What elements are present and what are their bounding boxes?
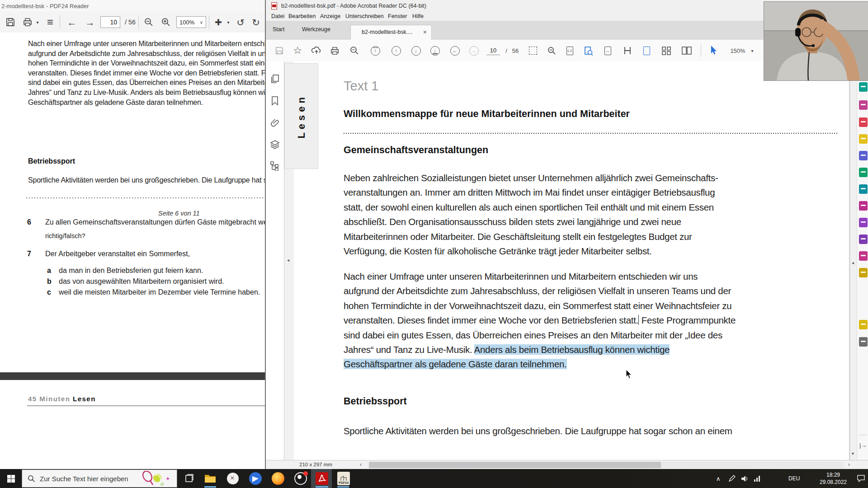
next-page-button[interactable]: ↓ [410, 40, 422, 61]
pdf24-button[interactable]: PDF24 [333, 469, 354, 488]
save-button[interactable] [4, 12, 17, 33]
comment-icon[interactable] [859, 134, 868, 144]
zoom-to-page-level-icon[interactable] [582, 40, 595, 61]
menu-anzeige[interactable]: Anzeige [320, 13, 340, 19]
pan-tool-button[interactable]: ✚ [212, 12, 225, 33]
next-view-button[interactable]: → [467, 40, 480, 61]
firefox-button[interactable] [267, 469, 289, 488]
tray-speaker-icon[interactable] [739, 469, 750, 488]
scrolling-mode-icon[interactable] [621, 40, 634, 61]
edit-pdf-icon[interactable] [859, 168, 868, 177]
vertical-scrollbar[interactable]: ◂ ▾ [850, 61, 857, 460]
text-line: sind dabei ein gutes Essen, das Überreic… [344, 330, 736, 344]
tab-start[interactable]: Start [273, 26, 284, 33]
tray-pen-icon[interactable] [726, 469, 738, 488]
page-number-input[interactable]: 10 [100, 12, 120, 33]
organize-pages-icon[interactable] [859, 100, 868, 110]
snipping-tool-button[interactable] [222, 469, 244, 488]
horizontal-scrollbar[interactable] [369, 462, 844, 468]
scroll-down-icon[interactable]: ▾ [852, 451, 854, 456]
expand-tools-pane-icon[interactable]: |→ [859, 442, 867, 449]
menu-unterschreiben[interactable]: Unterschreiben [345, 13, 384, 19]
previous-page-button[interactable]: ↑ [390, 40, 402, 61]
undo-button[interactable]: ↺ [233, 12, 248, 33]
export-pdf-icon[interactable] [859, 82, 868, 92]
clock[interactable]: 18:29 29.08.2022 [814, 471, 853, 486]
fill-and-sign-icon[interactable] [859, 201, 868, 211]
zoom-in-button[interactable] [158, 12, 174, 33]
scroll-right-icon[interactable]: › [848, 461, 850, 468]
combine-files-icon[interactable] [859, 151, 868, 160]
zoom-out-button[interactable] [141, 12, 156, 33]
taskbar-search-input[interactable]: Zur Suche Text hier eingeben ✦ [22, 469, 177, 488]
obs-studio-button[interactable] [289, 469, 312, 488]
send-for-comments-icon[interactable] [859, 320, 868, 329]
zoom-value-label[interactable]: 150% [728, 40, 748, 61]
actual-size-icon[interactable]: 1:1 [563, 40, 576, 61]
layers-icon[interactable] [270, 139, 280, 151]
more-tools-icon[interactable] [859, 337, 868, 347]
text-line: Sportliche Aktivitäten werden bei uns gr… [344, 426, 732, 440]
print-dropdown-caret-icon[interactable]: ▾ [34, 12, 41, 33]
pan-dropdown-caret-icon[interactable]: ▾ [225, 12, 231, 33]
tray-network-icon[interactable] [751, 469, 763, 488]
page-number-input[interactable]: 10 [486, 40, 501, 61]
page-list-toggle-button[interactable]: ≡ [43, 12, 57, 33]
collapse-tools-pane-icon[interactable]: ◂ [852, 260, 854, 265]
dotted-separator [344, 133, 838, 134]
print-button[interactable] [21, 12, 34, 33]
acrobat-pdf-icon [271, 2, 277, 9]
request-signatures-icon[interactable] [859, 251, 868, 261]
scrollbar-thumb[interactable] [369, 462, 661, 468]
tab-werkzeuge[interactable]: Werkzeuge [302, 26, 330, 33]
single-page-view-icon[interactable] [640, 40, 653, 61]
scroll-left-icon[interactable]: ‹ [360, 461, 362, 468]
tray-chevron-icon[interactable]: ∧ [716, 475, 721, 482]
bookmarks-icon[interactable] [270, 96, 280, 108]
previous-view-button[interactable]: ← [448, 40, 461, 61]
page-thumbnails-icon[interactable] [270, 74, 280, 86]
file-explorer-button[interactable] [199, 469, 222, 488]
menu-hilfe[interactable]: Hilfe [412, 13, 424, 19]
last-page-button[interactable]: ↓ [429, 40, 441, 61]
scan-ocr-icon[interactable] [859, 268, 868, 277]
menu-fenster[interactable]: Fenster [388, 13, 407, 19]
star-favorite-icon[interactable]: ☆ [291, 40, 304, 61]
zoom-out-button[interactable] [545, 40, 558, 61]
first-page-button[interactable]: ↑ [369, 40, 382, 61]
action-center-button[interactable] [854, 469, 867, 488]
start-button[interactable] [0, 469, 22, 488]
adobe-reader-button[interactable] [312, 469, 332, 488]
thunderbird-button[interactable] [244, 469, 267, 488]
keyboard-language-label[interactable]: DEU [788, 475, 800, 482]
save-button[interactable] [273, 40, 286, 61]
tab-document-active[interactable]: b2-modelltest-bsk.... × [350, 25, 432, 40]
previous-page-button[interactable]: ← [64, 12, 80, 33]
menu-datei[interactable]: Datei [271, 13, 284, 19]
toolbar-separator [701, 44, 701, 57]
text-line: sind dabei ein gutes Essen, das Überreic… [28, 79, 265, 89]
attachments-icon[interactable] [270, 117, 280, 129]
compress-pdf-icon[interactable] [859, 184, 868, 194]
print-button[interactable] [328, 40, 341, 61]
share-cloud-icon[interactable] [310, 40, 323, 61]
protect-pdf-icon[interactable] [859, 218, 868, 227]
task-view-button[interactable] [179, 469, 199, 488]
zoom-level-select[interactable]: 100%∨ [176, 12, 206, 33]
select-tool-cursor-icon[interactable] [707, 40, 721, 61]
close-tab-icon[interactable]: × [423, 28, 427, 36]
next-page-button[interactable]: → [82, 12, 98, 33]
menu-bearbeiten[interactable]: Bearbeiten [288, 13, 316, 19]
collapse-pane-icon[interactable]: ◂ [287, 258, 289, 263]
create-pdf-icon[interactable] [859, 117, 868, 127]
marquee-zoom-icon[interactable] [526, 40, 540, 61]
fit-width-icon[interactable]: ↔ [601, 40, 614, 61]
prepare-form-icon[interactable] [859, 235, 868, 244]
tags-structure-icon[interactable] [270, 161, 280, 173]
redo-button[interactable]: ↻ [249, 12, 263, 33]
find-button[interactable] [348, 40, 361, 61]
multi-page-view-icon[interactable] [660, 40, 674, 61]
lesen-mode-tab[interactable]: Lesen [284, 63, 318, 169]
two-page-view-icon[interactable] [680, 40, 693, 61]
zoom-dropdown-caret-icon[interactable]: ▾ [749, 40, 756, 61]
